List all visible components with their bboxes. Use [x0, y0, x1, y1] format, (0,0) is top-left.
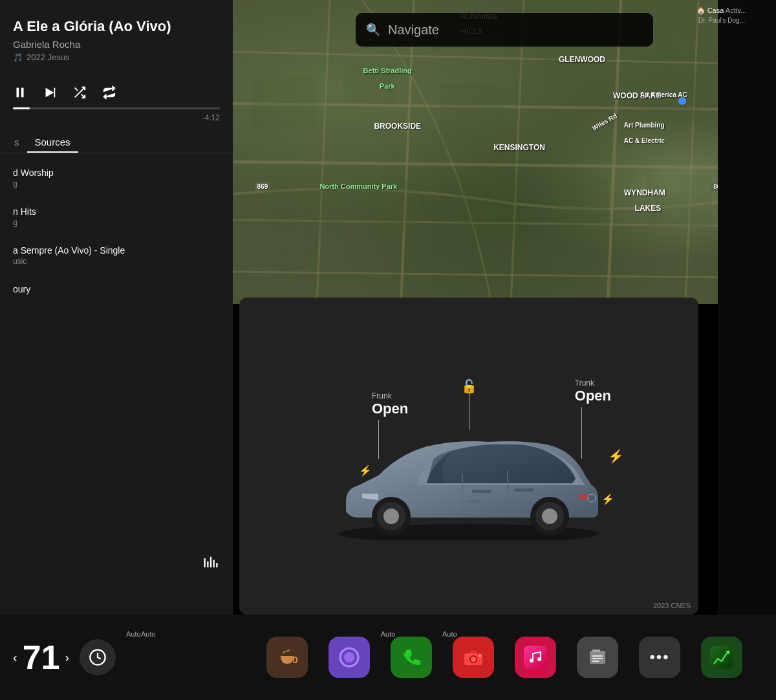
channel-number: 71 [23, 638, 60, 677]
svg-rect-41 [468, 500, 480, 503]
svg-point-50 [471, 657, 476, 662]
dock-item-stocks[interactable] [701, 637, 742, 678]
artist-name: Gabriela Rocha [13, 39, 220, 50]
audio-icon [80, 639, 116, 675]
pause-button[interactable] [13, 85, 27, 100]
camera-icon [453, 637, 494, 678]
pl-artist-1: g [13, 179, 220, 188]
map-label-lakes: LAKES [635, 204, 662, 213]
left-panel: A Ele a Glória (Ao Vivo) Gabriela Rocha … [0, 0, 233, 615]
coffee-icon [266, 637, 308, 678]
svg-rect-52 [524, 646, 547, 669]
tab-queue[interactable]: s [6, 133, 27, 153]
time-remaining: -4:12 [13, 113, 220, 122]
tab-sources[interactable]: Sources [27, 133, 78, 153]
dock-item-music[interactable] [515, 637, 556, 678]
repeat-button[interactable] [102, 85, 116, 100]
map-label-betti: Betti Stradling [363, 67, 412, 74]
phone-icon [391, 637, 432, 678]
charging-bolt-right: ⚡ [608, 448, 624, 464]
pl-artist-2: g [13, 218, 220, 227]
map-label-glenwood: GLENWOOD [559, 55, 605, 64]
right-strip [718, 0, 776, 615]
dr-pauls: Dr. Paul's Dog... [698, 17, 745, 24]
svg-point-53 [530, 659, 534, 662]
active-label: Activ... [726, 6, 746, 14]
playlist-item-4[interactable]: oury [0, 275, 233, 303]
svg-rect-60 [710, 646, 733, 669]
map-label-north-park: North Community Park [319, 182, 397, 190]
progress-bar[interactable] [13, 107, 220, 109]
playlist: d Worship g n Hits g a Sempre (Ao Vivo) … [0, 153, 233, 615]
pl-song-1: d Worship [13, 168, 220, 178]
map-label-brookside: BROOKSIDE [374, 122, 421, 131]
svg-rect-1 [21, 88, 24, 98]
svg-text:⚡: ⚡ [601, 493, 614, 505]
playlist-item-2[interactable]: n Hits g [0, 197, 233, 236]
music-icon [515, 637, 556, 678]
svg-rect-28 [647, 175, 711, 226]
svg-rect-3 [54, 88, 55, 98]
files-icon [577, 637, 618, 678]
svg-rect-55 [590, 651, 605, 664]
svg-point-42 [588, 494, 596, 502]
charging-bolt-left: ⚡ [359, 465, 372, 477]
home-icon: 🏠 [696, 6, 706, 14]
pl-song-2: n Hits [13, 206, 220, 217]
progress-area: -4:12 [0, 105, 233, 125]
svg-point-33 [383, 509, 399, 524]
now-playing-section: A Ele a Glória (Ao Vivo) Gabriela Rocha … [0, 0, 233, 72]
playback-controls [0, 72, 233, 105]
svg-point-54 [537, 657, 541, 661]
map-label-wyndham: WYNDHAM [624, 188, 665, 197]
channel-next-button[interactable]: › [65, 650, 70, 665]
album-icon: 🎵 [13, 53, 23, 62]
search-bar[interactable]: 🔍 Navigate [356, 13, 653, 47]
svg-rect-22 [543, 58, 601, 104]
car-image-area: Frunk Open Trunk Open 🔓 [252, 311, 685, 602]
dock-item-circle[interactable] [329, 637, 370, 678]
search-icon: 🔍 [366, 23, 380, 37]
shuffle-button[interactable] [72, 85, 87, 100]
map-label-art-plumbing2: AC & Electric [624, 137, 665, 144]
svg-point-47 [344, 652, 354, 662]
copyright-label: 2023 CNES [653, 602, 691, 609]
pl-song-4: oury [13, 284, 220, 294]
map-label-kensington: KENSINGTON [493, 143, 545, 152]
audio-settings-button[interactable] [80, 639, 116, 675]
more-icon: ••• [639, 637, 680, 678]
svg-rect-39 [472, 490, 491, 493]
tabs-bar: s Sources [0, 125, 233, 153]
dock-item-camera[interactable] [453, 637, 494, 678]
channel-prev-button[interactable]: ‹ [13, 650, 17, 665]
casa-label: Casa [707, 6, 724, 14]
channel-area: ‹ 71 › Auto Auto [0, 638, 233, 677]
svg-rect-56 [592, 650, 600, 652]
svg-rect-40 [514, 488, 534, 492]
svg-line-13 [233, 272, 776, 278]
next-button[interactable] [43, 85, 57, 100]
auto-label-icon: Auto [141, 630, 156, 638]
pl-artist-3: usic [13, 257, 220, 266]
playlist-item-1[interactable]: d Worship g [0, 159, 233, 197]
svg-line-18 [685, 0, 698, 304]
dock-item-files[interactable] [577, 637, 618, 678]
svg-rect-27 [556, 181, 608, 226]
map-label-869-left: 869 [255, 182, 271, 191]
map-label-art-plumbing: Art Plumbing [624, 122, 665, 129]
bottom-bar: ‹ 71 › Auto Auto Auto Auto [0, 615, 776, 700]
equalizer-icon[interactable] [202, 554, 220, 576]
dock-item-phone[interactable] [391, 637, 432, 678]
pl-song-3: a Sempre (Ao Vivo) - Single [13, 245, 220, 256]
location-home: 🏠 Casa Activ... [696, 6, 746, 15]
map-area[interactable]: 🔍 Navigate RUNNING HILLS GLENWOOD WOOD L… [233, 0, 776, 304]
auto-label-channel: Auto [126, 630, 141, 638]
dock-item-coffee[interactable] [266, 637, 308, 678]
trunk-label: Trunk [575, 378, 594, 388]
dock-item-more[interactable]: ••• [639, 637, 680, 678]
auto-label-dock: Auto [381, 630, 396, 638]
map-label-betti2: Park [380, 82, 395, 90]
svg-rect-0 [17, 88, 19, 98]
playlist-item-3[interactable]: a Sempre (Ao Vivo) - Single usic [0, 236, 233, 275]
svg-line-9 [233, 52, 776, 65]
